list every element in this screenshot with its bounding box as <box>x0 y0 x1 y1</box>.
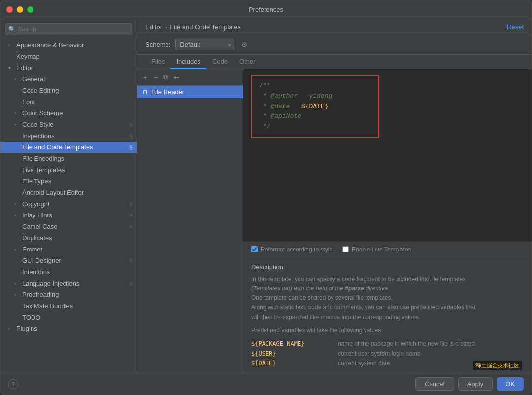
var-row-package: ${PACKAGE_NAME} name of the package in w… <box>251 340 524 347</box>
maximize-button[interactable] <box>27 6 33 13</box>
copy-icon: ⎘ <box>130 224 133 230</box>
editor-options: Reformat according to style Enable Live … <box>243 242 532 257</box>
code-date-value: ${DATE} <box>301 103 329 110</box>
sidebar-scroll[interactable]: Appearance & Behavior Keymap Editor Gene… <box>0 39 137 373</box>
sidebar-item-label: Appearance & Behavior <box>16 41 84 49</box>
code-content: /** * @author yideng * @date <box>251 75 379 138</box>
sidebar-item-gui-designer[interactable]: GUI Designer ⎘ <box>0 255 137 266</box>
live-templates-checkbox[interactable] <box>342 246 349 252</box>
tab-files[interactable]: Files <box>145 55 170 69</box>
title-bar: Preferences <box>0 0 532 19</box>
sidebar-item-proofreading[interactable]: Proofreading <box>0 289 137 300</box>
sidebar-item-android-layout-editor[interactable]: Android Layout Editor <box>0 187 137 198</box>
sidebar-item-label: Emmet <box>22 246 42 253</box>
add-template-button[interactable]: + <box>141 72 149 82</box>
code-end: */ <box>259 123 270 130</box>
sidebar-item-label: Editor <box>16 64 33 72</box>
predefined-vars-title: Predefined variables will take the follo… <box>251 326 524 335</box>
help-button[interactable]: ? <box>8 379 18 389</box>
description-vars: ${PACKAGE_NAME} name of the package in w… <box>251 340 524 367</box>
remove-template-button[interactable]: − <box>151 72 159 82</box>
sidebar-item-label: TODO <box>22 314 40 321</box>
sidebar-item-label: Intentions <box>22 268 50 276</box>
sidebar-item-label: Proofreading <box>22 291 59 298</box>
sidebar-item-duplicates[interactable]: Duplicates <box>0 232 137 244</box>
desc-text-5: will then be expanded like macros into t… <box>251 314 421 321</box>
sidebar-item-emmet[interactable]: Emmet <box>0 244 137 255</box>
chevron-icon <box>14 201 19 207</box>
reformat-checkbox[interactable] <box>251 246 258 252</box>
sidebar-item-font[interactable]: Font <box>0 96 137 108</box>
scheme-select[interactable]: Default Project <box>175 39 234 50</box>
list-toolbar: + − ⧉ ↩ <box>137 69 243 86</box>
editor-panel: /** * @author yideng * @date <box>243 69 532 373</box>
search-icon: 🔍 <box>8 26 16 33</box>
sidebar-item-intentions[interactable]: Intentions <box>0 266 137 278</box>
scheme-row: Scheme: Default Project ▾ ⚙ <box>137 35 532 55</box>
ok-button[interactable]: OK <box>497 377 524 391</box>
sidebar-item-label: Code Editing <box>22 87 59 94</box>
sidebar-item-file-types[interactable]: File Types <box>0 176 137 187</box>
preferences-window: Preferences 🔍 Appearance & Behavior Keym… <box>0 0 532 395</box>
breadcrumb: Editor › File and Code Templates <box>145 23 241 31</box>
chevron-icon <box>8 65 13 71</box>
reformat-label: Reformat according to style <box>261 246 332 253</box>
sidebar-item-label: TextMate Bundles <box>22 302 73 310</box>
reset-template-button[interactable]: ↩ <box>172 72 182 82</box>
reformat-checkbox-label[interactable]: Reformat according to style <box>251 246 332 253</box>
copy-icon: ⎘ <box>130 258 133 264</box>
sidebar-item-appearance[interactable]: Appearance & Behavior <box>0 39 137 51</box>
sidebar-item-inlay-hints[interactable]: Inlay Hints ⎘ <box>0 210 137 221</box>
sidebar-item-keymap[interactable]: Keymap <box>0 51 137 62</box>
sidebar-item-code-style[interactable]: Code Style ⎘ <box>0 119 137 130</box>
copy-icon: ⎘ <box>130 213 133 218</box>
sidebar-item-textmate-bundles[interactable]: TextMate Bundles <box>0 300 137 312</box>
sidebar-item-plugins[interactable]: Plugins <box>0 323 137 334</box>
sidebar-item-label: Live Templates <box>22 166 65 174</box>
sidebar-item-label: Code Style <box>22 121 54 128</box>
sidebar-item-editor[interactable]: Editor <box>0 62 137 73</box>
code-editor[interactable]: /** * @author yideng * @date <box>243 69 532 242</box>
reset-button[interactable]: Reset <box>507 23 524 31</box>
sidebar-item-live-templates[interactable]: Live Templates <box>0 164 137 176</box>
close-button[interactable] <box>6 6 13 13</box>
tab-other[interactable]: Other <box>233 55 262 69</box>
sidebar-item-inspections[interactable]: Inspections ⎘ <box>0 130 137 142</box>
sidebar-item-camel-case[interactable]: Camel Case ⎘ <box>0 221 137 232</box>
tab-code[interactable]: Code <box>206 55 233 69</box>
sidebar-item-color-scheme[interactable]: Color Scheme <box>0 108 137 119</box>
minimize-button[interactable] <box>17 6 23 13</box>
traffic-lights <box>6 6 33 13</box>
sidebar-item-file-encodings[interactable]: File Encodings <box>0 153 137 164</box>
desc-text-4: Along with static text, code and comment… <box>251 304 476 311</box>
copy-template-button[interactable]: ⧉ <box>161 72 170 82</box>
sidebar-item-general[interactable]: General <box>0 73 137 85</box>
sidebar-item-code-editing[interactable]: Code Editing <box>0 85 137 96</box>
desc-text-3: One template can be shared by several fi… <box>251 294 393 301</box>
bottom-buttons: Cancel Apply OK <box>415 377 524 391</box>
sidebar-item-label: General <box>22 75 45 83</box>
chevron-icon <box>8 42 13 48</box>
copy-icon: ⎘ <box>130 201 133 207</box>
template-list: 🗒 File Header <box>137 86 243 373</box>
apply-button[interactable]: Apply <box>458 377 493 391</box>
gear-button[interactable]: ⚙ <box>239 40 250 50</box>
search-input[interactable] <box>5 23 132 35</box>
tab-includes[interactable]: Includes <box>170 55 206 69</box>
sidebar-item-copyright[interactable]: Copyright ⎘ <box>0 198 137 210</box>
copy-icon: ⎘ <box>130 133 133 139</box>
copy-icon: ⎘ <box>130 122 133 128</box>
var-name-date: ${DATE} <box>251 360 330 367</box>
main-layout: 🔍 Appearance & Behavior Keymap Editor <box>0 19 532 373</box>
chevron-icon <box>8 326 13 331</box>
var-desc-package: name of the package in which the new fil… <box>338 340 475 347</box>
scheme-label: Scheme: <box>145 41 170 48</box>
desc-text-1: In this template, you can specify a code… <box>251 276 466 283</box>
sidebar-item-todo[interactable]: TODO <box>0 312 137 323</box>
sidebar-item-file-code-templates[interactable]: File and Code Templates ⎘ <box>0 142 137 153</box>
split-area: + − ⧉ ↩ 🗒 File Header <box>137 69 532 373</box>
template-item-file-header[interactable]: 🗒 File Header <box>137 86 243 98</box>
live-templates-checkbox-label[interactable]: Enable Live Templates <box>342 246 411 253</box>
cancel-button[interactable]: Cancel <box>415 377 454 391</box>
sidebar-item-language-injections[interactable]: Language Injections ⎘ <box>0 278 137 289</box>
